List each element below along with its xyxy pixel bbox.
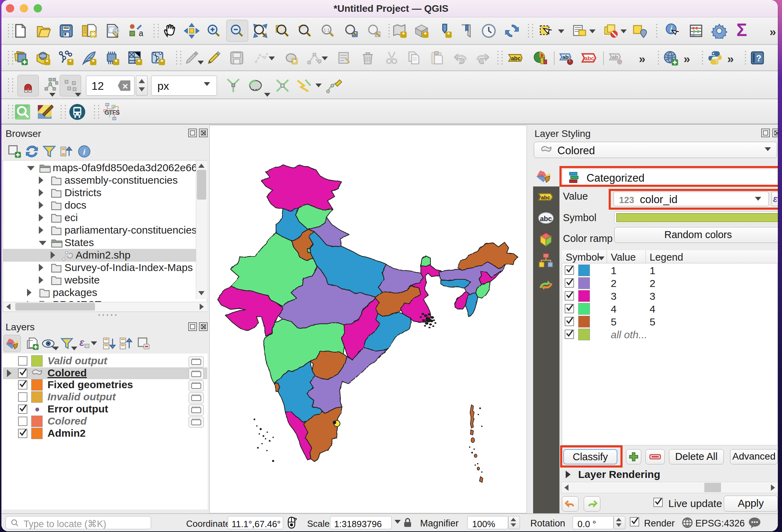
svg-text:ab: ab [562, 54, 568, 60]
svg-text:ab: ab [612, 54, 618, 60]
svg-text:?: ? [756, 53, 761, 63]
svg-text:a: a [139, 29, 144, 38]
svg-text:*: * [115, 58, 118, 66]
svg-text:*: * [160, 58, 163, 66]
svg-text:ε: ε [79, 337, 85, 348]
svg-text:i: i [83, 147, 86, 156]
svg-text:*: * [69, 58, 72, 66]
svg-text:Σ: Σ [737, 21, 747, 40]
svg-text:*: * [92, 58, 95, 66]
svg-text:GTFS: GTFS [104, 109, 120, 116]
svg-text:i: i [670, 25, 672, 34]
svg-text:abc: abc [540, 215, 552, 223]
svg-text:*: * [138, 58, 140, 66]
svg-text:1:1: 1:1 [324, 28, 330, 33]
svg-text:abc: abc [541, 194, 550, 200]
svg-text:*: * [424, 31, 427, 38]
svg-text:abc: abc [511, 55, 521, 61]
svg-text:abc: abc [584, 55, 594, 61]
svg-text:*: * [46, 58, 49, 66]
svg-text:*: * [447, 31, 450, 38]
svg-text:*: * [402, 31, 405, 38]
